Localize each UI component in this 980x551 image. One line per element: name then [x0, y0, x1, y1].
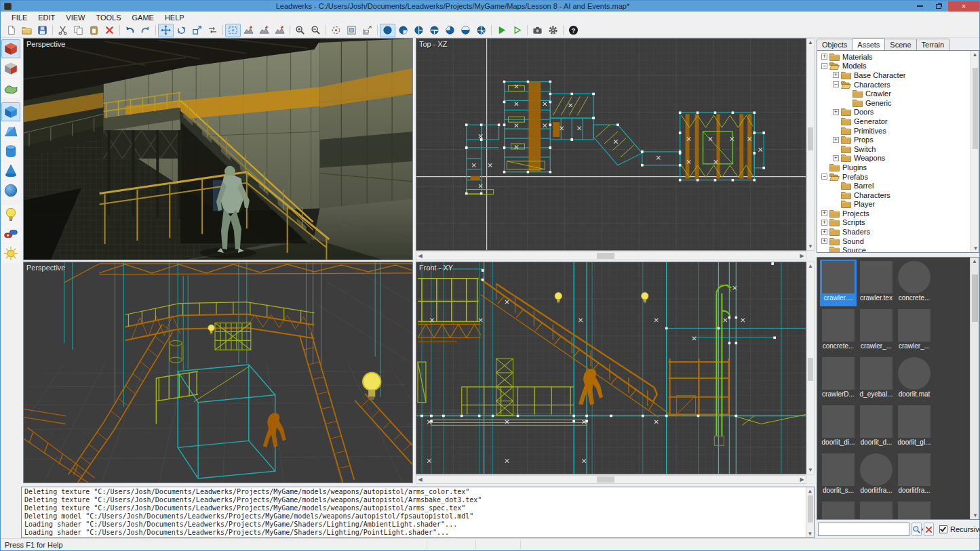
scrollbar-thumb[interactable]: [808, 127, 813, 150]
carve-button[interactable]: [359, 24, 375, 37]
tree-item-barrel[interactable]: +Barrel: [817, 181, 979, 190]
tree-item-crawler[interactable]: +Crawler: [817, 89, 979, 98]
title-bar[interactable]: Leadwerks - C:/Users/Josh/Documents/Lead…: [1, 1, 979, 12]
delete-button[interactable]: [102, 24, 117, 37]
flatten-normals-button[interactable]: [256, 24, 272, 37]
scroll-up-icon[interactable]: ▲: [807, 39, 814, 46]
create-prop-button[interactable]: [1, 224, 20, 243]
expand-icon[interactable]: +: [821, 229, 827, 235]
viewport-layout-5-button[interactable]: [442, 24, 458, 37]
scrollbar-thumb[interactable]: [597, 253, 614, 259]
asset-filter-combobox[interactable]: [818, 523, 909, 536]
asset-thumbnail-concrete[interactable]: concrete...: [896, 260, 933, 306]
move-tool-button[interactable]: [158, 24, 174, 37]
brush-cone-button[interactable]: [1, 161, 20, 180]
scroll-right-icon[interactable]: ▶: [798, 476, 806, 483]
rotate-tool-button[interactable]: [174, 24, 189, 37]
debug-game-button[interactable]: [509, 24, 525, 37]
menu-game[interactable]: GAME: [127, 12, 159, 23]
viewport-top-xz[interactable]: Top - XZ: [416, 38, 806, 251]
scrollbar-thumb[interactable]: [973, 68, 978, 149]
console-scrollbar[interactable]: ▲ ▼: [806, 487, 814, 537]
tree-item-base-character[interactable]: +Base Character: [817, 70, 979, 80]
copy-button[interactable]: [71, 24, 86, 37]
tree-item-projects[interactable]: +Projects: [817, 209, 979, 218]
asset-thumbnail-doorlitfra[interactable]: doorlitfra...: [858, 452, 895, 499]
expand-icon[interactable]: +: [821, 220, 827, 226]
tree-item-plugins[interactable]: +Plugins: [817, 163, 979, 172]
scroll-down-icon[interactable]: ▼: [807, 243, 814, 250]
scale-tool-button[interactable]: [189, 24, 205, 37]
expand-icon[interactable]: +: [833, 109, 839, 115]
close-button[interactable]: ×: [948, 1, 979, 12]
tree-item-shaders[interactable]: +Shaders: [817, 227, 979, 237]
asset-filter-input[interactable]: [819, 524, 919, 535]
scroll-up-icon[interactable]: ▲: [971, 258, 979, 265]
asset-thumbnail-crawlertex[interactable]: crawler.tex: [858, 260, 895, 306]
menu-tools[interactable]: TOOLS: [90, 12, 126, 23]
tree-item-models[interactable]: −Models: [817, 62, 979, 71]
collapse-icon[interactable]: −: [833, 81, 839, 87]
asset-thumbnail-doorlitgl[interactable]: doorlit_gl...: [896, 404, 933, 451]
asset-thumbnail-doorlitdi[interactable]: doorlit_di...: [820, 404, 857, 451]
tree-item-sound[interactable]: +Sound: [817, 237, 979, 246]
options-button[interactable]: [545, 24, 561, 37]
asset-thumbnail-browser[interactable]: crawler....crawler.texconcrete...concret…: [817, 257, 979, 520]
viewport-layout-1-button[interactable]: [380, 24, 395, 37]
viewport-layout-7-button[interactable]: [473, 24, 489, 37]
scroll-left-icon[interactable]: ◀: [416, 252, 424, 260]
create-terrain-button[interactable]: [1, 79, 20, 98]
tree-item-prefabs[interactable]: −Prefabs: [817, 172, 979, 182]
scroll-down-icon[interactable]: ▼: [806, 530, 814, 537]
scroll-right-icon[interactable]: ▶: [798, 252, 806, 260]
tree-item-source[interactable]: +Source: [817, 245, 979, 253]
expand-icon[interactable]: +: [833, 72, 839, 78]
undo-button[interactable]: [122, 24, 138, 37]
tree-item-switch[interactable]: +Switch: [817, 144, 979, 154]
tree-item-generic[interactable]: +Generic: [817, 98, 979, 108]
zoom-in-button[interactable]: [292, 24, 308, 37]
asset-thumbnail-crawler[interactable]: crawler_...: [858, 308, 895, 354]
asset-thumbnail-crawler[interactable]: crawler....: [820, 260, 857, 306]
viewport-layout-4-button[interactable]: [427, 24, 442, 37]
thumbnail-scrollbar[interactable]: ▲ ▼: [970, 258, 979, 519]
tree-item-characters[interactable]: +Characters: [817, 190, 979, 200]
scrollbar-thumb[interactable]: [808, 495, 813, 523]
viewport-front-xy[interactable]: Front - XY: [416, 262, 806, 474]
smooth-groups-button[interactable]: [241, 24, 256, 37]
collapse-icon[interactable]: −: [821, 174, 827, 180]
front-xy-horizontal-scrollbar[interactable]: ◀ ▶: [416, 475, 806, 484]
scroll-up-icon[interactable]: ▲: [971, 51, 979, 58]
menu-edit[interactable]: EDIT: [33, 12, 60, 23]
tree-item-characters[interactable]: −Characters: [817, 80, 979, 89]
save-map-button[interactable]: [35, 24, 50, 37]
tree-item-weapons[interactable]: +Weapons: [817, 154, 979, 163]
auto-normals-button[interactable]: [272, 24, 288, 37]
tab-terrain[interactable]: Terrain: [916, 39, 950, 50]
expand-icon[interactable]: +: [833, 137, 839, 143]
top-xz-vertical-scrollbar[interactable]: ▲ ▼: [806, 38, 815, 251]
screenshot-button[interactable]: [530, 24, 545, 37]
viewport-perspective-rendered[interactable]: Perspective: [23, 38, 413, 260]
scrollbar-thumb[interactable]: [597, 476, 614, 483]
collapse-icon[interactable]: −: [821, 63, 827, 69]
asset-tree[interactable]: +Materials−Models+Base Character−Charact…: [817, 50, 979, 253]
tree-item-props[interactable]: +Props: [817, 135, 979, 144]
tree-item-primitives[interactable]: +Primitives: [817, 126, 979, 136]
asset-thumbnail-crawler[interactable]: crawler_...: [896, 308, 933, 354]
expand-icon[interactable]: +: [821, 210, 827, 216]
select-radius-button[interactable]: [328, 24, 344, 37]
brush-box-button[interactable]: [1, 102, 20, 121]
viewport-layout-6-button[interactable]: [458, 24, 473, 37]
menu-help[interactable]: HELP: [159, 12, 190, 23]
expand-icon[interactable]: +: [821, 238, 827, 244]
tab-objects[interactable]: Objects: [817, 39, 852, 50]
scroll-up-icon[interactable]: ▲: [806, 487, 814, 495]
asset-thumbnail-doorlitmat[interactable]: doorlit.mat: [896, 356, 933, 403]
scrollbar-thumb[interactable]: [972, 274, 978, 322]
tree-item-materials[interactable]: +Materials: [817, 52, 979, 62]
new-map-button[interactable]: [3, 24, 19, 37]
asset-thumbnail-crawlerd[interactable]: crawlerD...: [820, 356, 857, 403]
tree-item-scripts[interactable]: +Scripts: [817, 218, 979, 228]
console-log[interactable]: Deleting texture "C:/Users/Josh/Document…: [21, 487, 815, 538]
